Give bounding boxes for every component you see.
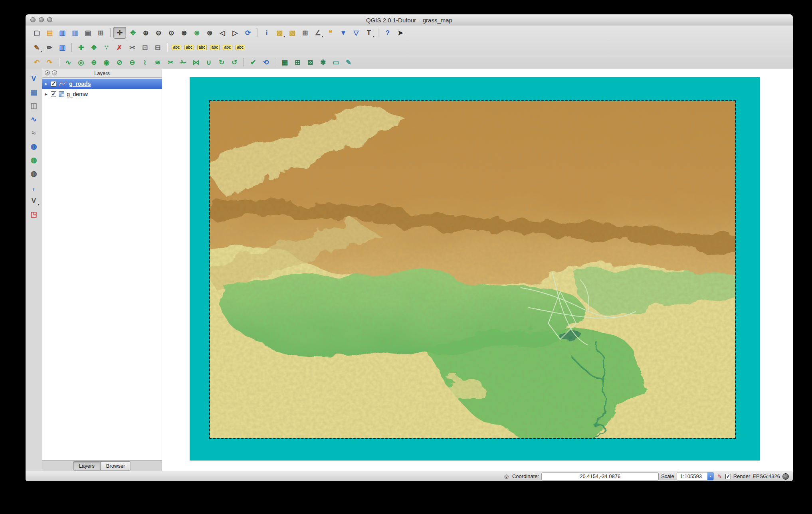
render-checkbox[interactable] xyxy=(725,474,731,479)
add-raster-layer-icon[interactable]: ▦ xyxy=(28,86,40,98)
layer-item-g-demw[interactable]: ▶ g_demw xyxy=(42,89,162,99)
highlight-labels-icon[interactable]: abc xyxy=(196,42,208,53)
save-project-as-icon[interactable]: ▥ xyxy=(69,27,81,38)
whats-this-icon[interactable]: ➤ xyxy=(394,27,406,38)
zoom-in-icon[interactable]: ⊕ xyxy=(140,27,152,38)
tab-browser[interactable]: Browser xyxy=(100,461,131,471)
simplify-feature-icon[interactable]: ∿ xyxy=(62,57,74,68)
grass-close-mapset-icon[interactable]: ⊠ xyxy=(304,57,316,68)
map-tips-icon[interactable]: ❝ xyxy=(325,27,337,38)
grass-open-mapset-icon[interactable]: ▦ xyxy=(279,57,291,68)
pan-to-selection-icon[interactable]: ✥ xyxy=(127,27,139,38)
offset-curve-icon[interactable]: ≋ xyxy=(152,57,164,68)
expand-arrow-icon[interactable]: ▶ xyxy=(44,92,48,96)
grass-new-mapset-icon[interactable]: ⊞ xyxy=(291,57,303,68)
paste-features-icon[interactable]: ⊟ xyxy=(152,42,164,53)
zoom-full-icon[interactable]: ⊛ xyxy=(178,27,190,38)
composer-manager-icon[interactable]: ⊞ xyxy=(95,27,107,38)
save-project-icon[interactable]: ▥ xyxy=(56,27,68,38)
add-postgis-layer-icon[interactable]: ◫ xyxy=(28,100,40,112)
layer-visibility-checkbox[interactable] xyxy=(51,81,56,87)
split-features-icon[interactable]: ✂ xyxy=(164,57,176,68)
new-shapefile-layer-icon[interactable]: V ▾ xyxy=(28,195,40,207)
delete-part-icon[interactable]: ⊖ xyxy=(126,57,138,68)
copy-features-icon[interactable]: ⊡ xyxy=(139,42,151,53)
delete-ring-icon[interactable]: ⊘ xyxy=(113,57,125,68)
measure-icon[interactable]: ∠ ▾ xyxy=(312,27,324,38)
grass-edit-region-icon[interactable]: ✎ xyxy=(343,57,355,68)
panel-close-icon[interactable]: ✕ xyxy=(45,70,50,75)
save-layer-edits-icon[interactable]: ▥ xyxy=(56,42,68,53)
delete-selected-icon[interactable]: ✗ xyxy=(113,42,125,53)
redo-icon[interactable]: ↷ xyxy=(44,57,55,68)
move-feature-icon[interactable]: ✥ xyxy=(88,42,100,53)
panel-float-icon[interactable]: ▫ xyxy=(52,70,57,75)
change-label-icon[interactable]: abc xyxy=(234,42,246,53)
zoom-out-icon[interactable]: ⊖ xyxy=(152,27,164,38)
open-project-icon[interactable]: ▤ xyxy=(44,27,55,38)
pin-labels-icon[interactable]: abc xyxy=(183,42,195,53)
add-wms-layer-icon[interactable]: ◍ xyxy=(28,140,40,152)
combo-arrow-icon[interactable]: ▾ xyxy=(707,472,713,480)
text-annotation-icon[interactable]: T ▾ xyxy=(363,27,375,38)
identify-features-icon[interactable]: i xyxy=(261,27,273,38)
add-wcs-layer-icon[interactable]: ◍ xyxy=(28,154,40,166)
zoom-to-selection-icon[interactable]: ⊜ xyxy=(191,27,203,38)
zoom-last-icon[interactable]: ◁ xyxy=(216,27,228,38)
new-bookmark-icon[interactable]: ▼ xyxy=(337,27,349,38)
crs-status-icon[interactable] xyxy=(782,473,789,480)
add-delimited-text-layer-icon[interactable]: , xyxy=(28,181,40,193)
grass-tools-icon[interactable]: ✱ xyxy=(317,57,329,68)
rotate-feature-icon[interactable]: ↻ xyxy=(216,57,228,68)
merge-attributes-icon[interactable]: ∪ xyxy=(203,57,215,68)
zoom-next-icon[interactable]: ▷ xyxy=(229,27,241,38)
expand-arrow-icon[interactable]: ▶ xyxy=(44,82,48,86)
open-attribute-table-icon[interactable]: ⊞ xyxy=(299,27,311,38)
toggle-editing-icon[interactable]: ✏ xyxy=(44,42,55,53)
show-bookmarks-icon[interactable]: ▽ xyxy=(350,27,362,38)
zoom-actual-icon[interactable]: ⊙ xyxy=(165,27,177,38)
rotate-label-icon[interactable]: abc xyxy=(222,42,234,53)
layer-visibility-checkbox[interactable] xyxy=(51,91,56,97)
pan-map-icon[interactable]: ✛ xyxy=(113,27,126,39)
node-tool-icon[interactable]: ∵ xyxy=(101,42,113,53)
add-oracle-georaster-layer-icon[interactable]: ◳ xyxy=(28,208,40,220)
close-button[interactable] xyxy=(30,17,36,22)
titlebar[interactable]: QGIS 2.0.1-Dufour – grass_map xyxy=(26,14,793,26)
map-canvas[interactable] xyxy=(162,69,793,471)
reshape-features-icon[interactable]: ≀ xyxy=(139,57,151,68)
add-vector-layer-icon[interactable]: V xyxy=(28,73,40,85)
add-mssql-layer-icon[interactable]: ≈ xyxy=(28,127,40,139)
select-features-icon[interactable]: ▨ ▾ xyxy=(273,27,285,38)
add-spatialite-layer-icon[interactable]: ∿ xyxy=(28,113,40,125)
help-contents-icon[interactable]: ? xyxy=(382,27,394,38)
reload-icon[interactable]: ⟲ xyxy=(260,57,272,68)
grass-display-region-icon[interactable]: ▭ xyxy=(330,57,342,68)
fill-ring-icon[interactable]: ◉ xyxy=(101,57,113,68)
layer-item-g-roads[interactable]: ▶ g_roads xyxy=(42,79,162,89)
zoom-to-layer-icon[interactable]: ⊚ xyxy=(204,27,216,38)
rotate-point-symbols-icon[interactable]: ↺ xyxy=(228,57,240,68)
add-part-icon[interactable]: ⊕ xyxy=(88,57,100,68)
maximize-button[interactable] xyxy=(47,17,52,22)
check-geometry-icon[interactable]: ✔ xyxy=(247,57,259,68)
merge-features-icon[interactable]: ⋈ xyxy=(190,57,202,68)
current-edits-icon[interactable]: ✎ ▾ xyxy=(31,42,43,53)
minimize-button[interactable] xyxy=(39,17,44,22)
stop-rendering-icon[interactable]: ✎ xyxy=(716,473,723,480)
coordinate-input[interactable] xyxy=(541,472,659,480)
undo-icon[interactable]: ↶ xyxy=(31,57,43,68)
deselect-features-icon[interactable]: ▧ xyxy=(286,27,298,38)
add-ring-icon[interactable]: ◎ xyxy=(75,57,87,68)
cut-features-icon[interactable]: ✂ xyxy=(126,42,138,53)
scale-combo[interactable]: 1:105593 ▾ xyxy=(677,472,714,480)
new-print-composer-icon[interactable]: ▣ xyxy=(82,27,94,38)
add-feature-icon[interactable]: ✚ xyxy=(75,42,87,53)
move-label-icon[interactable]: abc xyxy=(209,42,221,53)
add-wfs-layer-icon[interactable]: ◍ xyxy=(28,168,40,180)
split-parts-icon[interactable]: ✁ xyxy=(177,57,189,68)
refresh-map-icon[interactable]: ⟳ xyxy=(242,27,254,38)
layer-labeling-icon[interactable]: abc xyxy=(170,42,182,53)
tab-layers[interactable]: Layers xyxy=(73,461,100,471)
new-project-icon[interactable]: ▢ xyxy=(31,27,43,38)
